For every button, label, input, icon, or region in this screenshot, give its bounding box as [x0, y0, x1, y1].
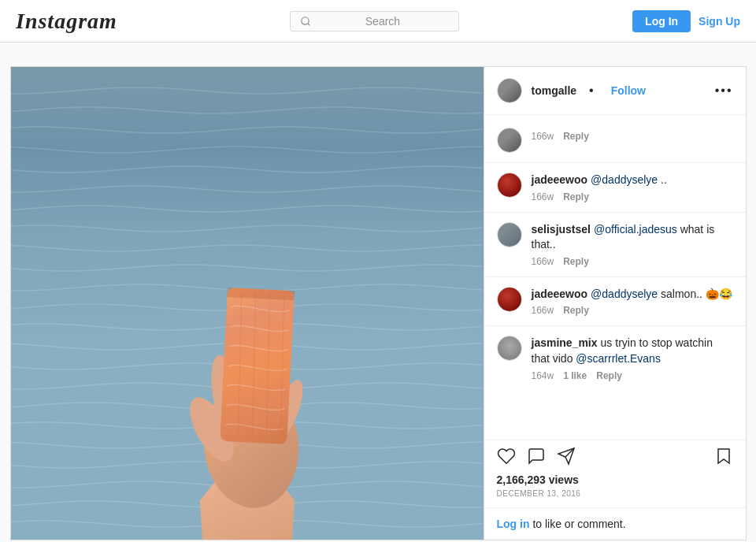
comment-likes-count: 1 like — [563, 370, 587, 381]
commenter-username[interactable]: jadeeewoo — [532, 173, 588, 186]
avatar-image — [498, 223, 521, 247]
comment-body: selisjustsel@official.jadesus what is th… — [532, 222, 733, 267]
post-canvas — [11, 67, 484, 540]
comment-content: .. — [658, 173, 667, 186]
save-icon[interactable] — [714, 447, 733, 469]
comment-body: jadeeewoo@daddyselye salmon.. 🎃😂 166w Re… — [532, 287, 733, 317]
login-link[interactable]: Log in — [497, 518, 530, 530]
author-avatar-image — [498, 79, 521, 102]
list-item: 166w Reply — [484, 121, 746, 159]
post-date: DECEMBER 13, 2016 — [497, 489, 733, 498]
author-avatar — [497, 78, 522, 103]
login-prompt: Log in to like or comment. — [484, 507, 746, 540]
avatar — [497, 287, 522, 312]
comment-divider — [484, 325, 746, 326]
list-item: jadeeewoo@daddyselye .. 166w Reply — [484, 166, 746, 209]
avatar — [497, 222, 522, 247]
avatar — [497, 173, 522, 198]
post-header-left: tomgalle • Follow — [497, 78, 647, 103]
comment-meta: 166w Reply — [532, 256, 733, 267]
comment-mention: @scarrrlet.Evans — [576, 352, 661, 365]
comment-text: jadeeewoo@daddyselye .. — [532, 173, 733, 188]
reply-button[interactable]: Reply — [563, 191, 589, 202]
comment-meta: 166w Reply — [532, 305, 733, 316]
instagram-logo: Instagram — [16, 9, 117, 34]
comment-meta: 164w 1 like Reply — [532, 370, 733, 381]
more-options-icon[interactable]: ••• — [715, 84, 733, 98]
header: Instagram Log In Sign Up — [0, 0, 756, 43]
comment-divider — [484, 212, 746, 213]
list-item: selisjustsel@official.jadesus what is th… — [484, 216, 746, 273]
avatar-image — [498, 128, 521, 152]
reply-button[interactable]: Reply — [596, 370, 622, 381]
search-bar — [290, 11, 459, 32]
reply-button[interactable]: Reply — [563, 256, 589, 267]
like-icon[interactable] — [497, 447, 516, 469]
commenter-username[interactable]: jasmine_mix — [532, 336, 598, 349]
comment-body: jasmine_mixus tryin to stop watchin that… — [532, 336, 733, 381]
reply-button[interactable]: Reply — [563, 305, 589, 316]
header-actions: Log In Sign Up — [632, 10, 740, 32]
comment-text: selisjustsel@official.jadesus what is th… — [532, 222, 733, 253]
comment-content: salmon.. 🎃😂 — [658, 288, 732, 300]
comment-meta: 166w Reply — [532, 131, 733, 142]
comment-time: 166w — [532, 131, 554, 142]
comment-meta: 166w Reply — [532, 191, 733, 202]
comment-icon[interactable] — [527, 447, 546, 469]
comment-time: 166w — [532, 256, 554, 267]
search-input[interactable] — [316, 15, 449, 28]
signup-button[interactable]: Sign Up — [699, 15, 740, 28]
comment-divider — [484, 277, 746, 277]
avatar-image — [498, 173, 521, 197]
comments-list: 166w Reply jadeeewoo@daddyselye .. — [484, 115, 746, 440]
post-container: tomgalle • Follow ••• 166w Reply — [10, 66, 747, 540]
post-actions: 2,166,293 views DECEMBER 13, 2016 — [484, 440, 746, 507]
list-item: jadeeewoo@daddyselye salmon.. 🎃😂 166w Re… — [484, 280, 746, 323]
comment-mention: @daddyselye — [591, 173, 658, 186]
svg-marker-4 — [718, 449, 729, 463]
svg-point-0 — [302, 17, 309, 24]
reply-button[interactable]: Reply — [563, 131, 589, 142]
login-button[interactable]: Log In — [632, 10, 691, 32]
author-username[interactable]: tomgalle — [532, 84, 577, 97]
post-image — [11, 67, 484, 540]
comment-mention: @official.jadesus — [594, 223, 677, 236]
svg-line-1 — [308, 23, 310, 25]
avatar-image — [498, 288, 521, 311]
comment-body: jadeeewoo@daddyselye .. 166w Reply — [532, 173, 733, 202]
post-view-count: 2,166,293 views — [497, 473, 733, 486]
comment-time: 166w — [532, 305, 554, 316]
dot-separator: • — [589, 84, 594, 98]
main-content: tomgalle • Follow ••• 166w Reply — [0, 43, 756, 542]
comment-time: 166w — [532, 191, 554, 202]
comment-mention: @daddyselye — [591, 288, 658, 300]
commenter-username[interactable]: selisjustsel — [532, 223, 591, 236]
comment-time: 164w — [532, 370, 554, 381]
avatar — [497, 128, 522, 153]
comment-text: jasmine_mixus tryin to stop watchin that… — [532, 336, 733, 366]
share-icon[interactable] — [557, 447, 576, 469]
follow-button[interactable]: Follow — [611, 84, 646, 97]
post-comments: tomgalle • Follow ••• 166w Reply — [484, 67, 746, 540]
avatar — [497, 336, 522, 361]
post-header: tomgalle • Follow ••• — [484, 67, 746, 115]
avatar-image — [498, 336, 521, 360]
action-icons — [497, 447, 733, 469]
commenter-username[interactable]: jadeeewoo — [532, 288, 588, 300]
list-item: jasmine_mixus tryin to stop watchin that… — [484, 329, 746, 387]
comment-body: 166w Reply — [532, 128, 733, 142]
login-prompt-text: to like or comment. — [530, 518, 626, 530]
comment-divider — [484, 162, 746, 163]
comment-text: jadeeewoo@daddyselye salmon.. 🎃😂 — [532, 287, 733, 303]
search-icon — [300, 16, 311, 27]
